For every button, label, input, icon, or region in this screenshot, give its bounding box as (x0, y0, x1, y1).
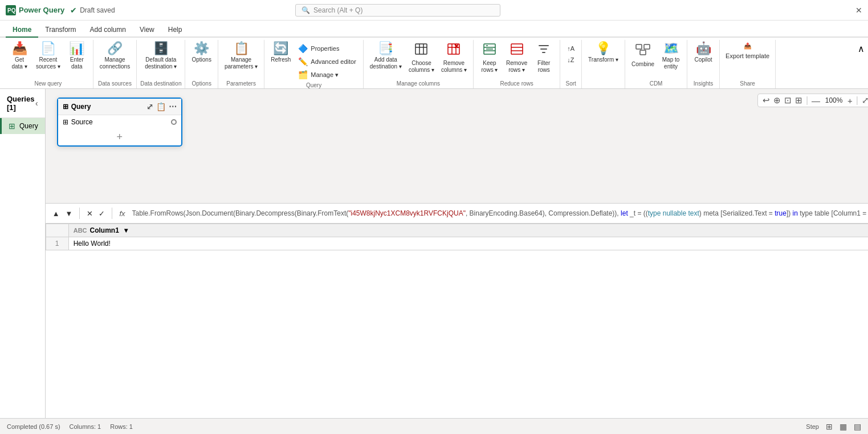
formula-bar: ▲ ▼ ✕ ✓ fx Table.FromRows(Json.Document(… (46, 203, 868, 224)
get-data-button[interactable]: 📥 Getdata ▾ (7, 40, 32, 72)
sort-descending-button[interactable]: ↓Z (564, 55, 577, 65)
fit-screen-button[interactable]: ⊡ (784, 95, 792, 106)
canvas-area: ⊞ Query ⤢ 📋 ⋯ ⊞ Source + (46, 89, 868, 418)
choose-columns-button[interactable]: Choosecolumns ▾ (406, 40, 437, 76)
share-label: Share (740, 79, 755, 88)
add-data-destination-button[interactable]: 📑 Add datadestination ▾ (367, 40, 405, 72)
parameters-label: Parameters (226, 79, 256, 88)
remove-rows-icon (510, 42, 524, 58)
query-node-step-table-icon: ⊞ (63, 118, 68, 126)
undo-button[interactable]: ↩ (763, 95, 770, 106)
zoom-map-button[interactable]: ⊞ (795, 95, 802, 106)
export-template-button[interactable]: 📤 Export template (723, 40, 772, 62)
query-list-item[interactable]: ⊞ Query (0, 118, 45, 134)
queries-panel-collapse-button[interactable]: ‹ (35, 99, 38, 108)
query-node-menu-icon[interactable]: ⋯ (169, 102, 177, 111)
query-label: Query (306, 81, 321, 89)
sort-asc-icon: ↑A (567, 45, 574, 52)
combine-button[interactable]: Combine (629, 40, 657, 70)
status-diagram-button[interactable]: ⊞ (826, 422, 833, 431)
insights-label: Insights (694, 79, 713, 88)
remove-columns-icon (447, 42, 461, 58)
zoom-expand-button[interactable]: ⤢ (862, 95, 868, 106)
status-text: Completed (0.67 s) (7, 423, 60, 430)
draft-status: ✔ Draft saved (70, 6, 115, 15)
sort-label: Sort (565, 79, 576, 88)
refresh-button[interactable]: 🔄 Refresh (268, 40, 294, 66)
close-button[interactable]: ✕ (855, 6, 862, 15)
queries-panel-title: Queries [1] (7, 95, 35, 112)
statusbar: Completed (0.67 s) Columns: 1 Rows: 1 St… (0, 418, 868, 434)
ribbon-collapse[interactable]: ∧ (858, 40, 865, 88)
status-table-button[interactable]: ▦ (840, 422, 847, 431)
cell-column1-row1[interactable]: Hello World! (68, 237, 868, 250)
ribbon-group-query: 🔄 Refresh 🔷 Properties ✏️ Advanced edito… (264, 40, 364, 88)
canvas-diagram: ⊞ Query ⤢ 📋 ⋯ ⊞ Source + (46, 89, 868, 203)
keep-rows-button[interactable]: Keeprows ▾ (477, 40, 502, 76)
remove-columns-button[interactable]: Removecolumns ▾ (438, 40, 470, 76)
manage-parameters-button[interactable]: 📋 Manageparameters ▾ (222, 40, 260, 72)
tab-view[interactable]: View (133, 23, 161, 38)
get-data-icon: 📥 (12, 42, 27, 55)
zoom-in-button[interactable]: + (847, 96, 853, 106)
options-icon: ⚙️ (194, 42, 209, 55)
data-destination-label: Data destination (140, 79, 181, 88)
ribbon-group-reduce-rows: Keeprows ▾ Removerows ▾ (474, 40, 560, 88)
advanced-editor-button[interactable]: ✏️ Advanced editor (295, 55, 360, 68)
manage-button[interactable]: 🗂️ Manage ▾ (295, 68, 342, 81)
ribbon-group-manage-columns: 📑 Add datadestination ▾ Choosecolumns ▾ (364, 40, 474, 88)
combine-icon (635, 42, 650, 59)
ribbon-group-data-destination: 🗄️ Default datadestination ▾ Data destin… (137, 40, 185, 88)
recent-sources-button[interactable]: 📄 Recentsources ▾ (33, 40, 63, 72)
sort-ascending-button[interactable]: ↑A (564, 43, 578, 54)
query-node-expand-icon[interactable]: ⤢ (146, 102, 153, 111)
transform-button[interactable]: 💡 Transform ▾ (585, 40, 621, 66)
check-icon: ✔ (70, 6, 77, 15)
map-to-entity-button[interactable]: 🗺️ Map toentity (658, 40, 683, 72)
query-node-copy-icon[interactable]: 📋 (156, 102, 166, 111)
row-number-header (46, 224, 68, 237)
column1-dropdown-icon[interactable]: ▾ (124, 226, 128, 234)
enter-data-button[interactable]: 📊 Enterdata (64, 40, 89, 72)
tab-transform[interactable]: Transform (38, 23, 83, 38)
status-column-button[interactable]: ▤ (854, 422, 861, 431)
formula-up-button[interactable]: ▲ (50, 208, 62, 219)
default-data-destination-button[interactable]: 🗄️ Default datadestination ▾ (142, 40, 180, 72)
query-node-step[interactable]: ⊞ Source (58, 115, 181, 129)
formula-accept-button[interactable]: ✓ (96, 208, 107, 219)
reduce-rows-label: Reduce rows (500, 79, 533, 88)
ribbon-group-cdm: Combine 🗺️ Map toentity CDM (625, 40, 687, 88)
properties-button[interactable]: 🔷 Properties (295, 42, 343, 55)
filter-rows-button[interactable]: Filterrows (531, 40, 556, 76)
search-bar[interactable]: 🔍 Search (Alt + Q) (295, 4, 500, 17)
options-button[interactable]: ⚙️ Options (189, 40, 214, 66)
formula-reject-button[interactable]: ✕ (84, 208, 95, 219)
formula-code[interactable]: Table.FromRows(Json.Document(Binary.Deco… (132, 209, 868, 217)
ribbon-group-new-query: 📥 Getdata ▾ 📄 Recentsources ▾ 📊 Enterdat… (3, 40, 93, 88)
formula-separator (79, 208, 80, 219)
query-node-add-button[interactable]: + (58, 129, 181, 145)
tab-help[interactable]: Help (161, 23, 189, 38)
formula-down-button[interactable]: ▼ (63, 208, 75, 219)
tab-add-column[interactable]: Add column (83, 23, 133, 38)
step-connection-dot (171, 119, 177, 125)
add-data-dest-icon: 📑 (378, 42, 393, 55)
ribbon-group-insights: 🤖 Copilot Insights (687, 40, 720, 88)
query-item-icon: ⊞ (9, 121, 15, 131)
column1-type: ABC (74, 227, 87, 234)
copilot-button[interactable]: 🤖 Copilot (691, 40, 716, 66)
properties-icon: 🔷 (298, 44, 308, 53)
ribbon-group-data-sources: 🔗 Manageconnections Data sources (93, 40, 137, 88)
cdm-label: CDM (650, 79, 663, 88)
zoom-out-button[interactable]: — (812, 96, 820, 106)
ribbon-group-share: 📤 Export template Share (720, 40, 776, 88)
column1-header[interactable]: ABC Column1 ▾ (68, 224, 868, 237)
tab-home[interactable]: Home (6, 23, 38, 38)
refresh-icon: 🔄 (273, 42, 288, 55)
ribbon-group-transform: 💡 Transform ▾ (582, 40, 625, 88)
manage-connections-button[interactable]: 🔗 Manageconnections (97, 40, 133, 72)
choose-columns-icon (414, 42, 428, 58)
row-number-cell: 1 (46, 237, 68, 250)
redo-button[interactable]: ⊕ (773, 95, 781, 106)
remove-rows-button[interactable]: Removerows ▾ (503, 40, 530, 76)
